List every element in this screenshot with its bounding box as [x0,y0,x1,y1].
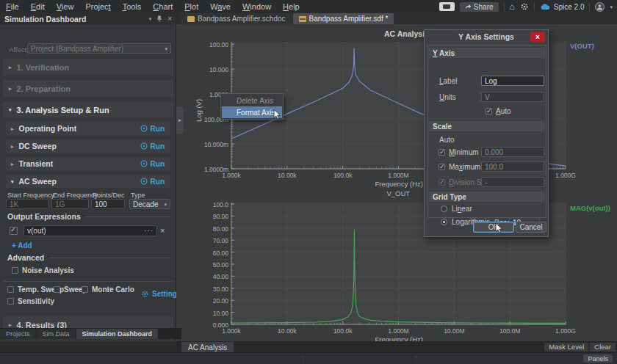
logarithmic-radio[interactable] [441,219,447,225]
menu-items: FileEditViewProjectToolsChartPlotWaveWin… [6,2,300,11]
minimum-checkbox[interactable]: Minimum [439,148,479,156]
menu-item-edit[interactable]: Edit [31,2,45,11]
chevron-right-icon: ▸ [11,126,14,131]
noise-analysis-label: Noise Analysis [22,266,74,274]
analysis-row-operating-point[interactable]: ▸Operating PointRun [6,122,170,135]
share-button[interactable]: Share [460,2,499,12]
analysis-row-transient[interactable]: ▸TransientRun [6,157,170,170]
ac-analysis-tab[interactable]: AC Analysis [181,342,234,352]
avatar-caret-icon[interactable]: ▾ [610,4,613,10]
chevron-down-icon: ▾ [11,179,14,184]
analysis-label: DC Sweep [19,142,57,150]
field-input[interactable]: 1K [6,199,49,209]
y-tick-label: 100.0 [193,201,228,208]
context-menu-item-delete-axis[interactable]: Delete Axis [222,95,282,106]
section-preparation[interactable]: ▸ 2. Preparation [3,80,173,97]
cancel-button[interactable]: Cancel [516,222,546,233]
run-icon [140,160,148,167]
maximum-input[interactable]: 100.0 [481,161,544,172]
minimum-input[interactable]: 0.000 [481,147,544,157]
field-label: Type [131,192,145,199]
tab-projects[interactable]: Projects [0,329,36,339]
legend-magvout[interactable]: MAG(v(out)) [570,204,610,212]
checkbox [486,108,492,114]
noise-analysis-checkbox[interactable]: Noise Analysis [12,266,74,274]
field-input[interactable]: 100 [91,199,125,209]
application-window: FileEditViewProjectToolsChartPlotWaveWin… [0,0,617,364]
avatar[interactable] [595,2,605,12]
menu-item-view[interactable]: View [57,2,74,11]
menu-item-window[interactable]: Window [242,2,271,11]
dialog-titlebar[interactable]: Y Axis Settings [425,30,548,43]
expression-checkbox[interactable] [10,227,18,235]
gear-icon [141,290,149,298]
units-input[interactable]: V [481,92,544,102]
panel-header: Simulation Dashboard ▾ × [0,13,176,24]
field-input[interactable]: 1G [51,199,89,209]
add-expression-link[interactable]: + Add [12,241,32,250]
legend-vout[interactable]: V(OUT) [570,42,594,50]
doc-tab-2[interactable]: Bandpass Amplifier.sdf * [293,13,394,24]
sensitivity-checkbox[interactable]: Sensitivity [7,297,54,305]
panel-menu-caret-icon[interactable]: ▾ [149,16,152,21]
x-tick-label: 10.00k [270,172,305,179]
section-verification[interactable]: ▸ 1. Verification [3,59,173,76]
y-axis-settings-dialog: Y Axis Settings × Y Axis Label Log Units… [424,29,549,237]
panel-close-icon[interactable]: × [167,15,172,23]
expression-input[interactable]: v(out) ··· [24,225,157,236]
share-arrow-icon [465,4,472,10]
checkbox [12,267,18,274]
run-button[interactable]: Run [140,125,165,133]
menu-item-wave[interactable]: Wave [210,2,231,11]
field-label: End Frequency [53,192,98,199]
menu-item-plot[interactable]: Plot [184,2,198,11]
type-dropdown[interactable]: Decade▾ [129,199,170,209]
ok-button[interactable]: OK [473,222,514,233]
run-button[interactable]: Run [140,178,165,186]
x-tick-label: 1.000G [548,172,583,179]
comment-icon[interactable] [439,2,455,11]
pin-icon[interactable] [156,15,162,22]
run-label: Run [151,142,165,150]
maximum-checkbox[interactable]: Maximum [439,163,480,171]
linear-radio[interactable] [441,205,447,212]
chevron-down-icon: ▾ [164,202,167,207]
tab-simulation-dashboard[interactable]: Simulation Dashboard [76,329,159,339]
checkbox-monte-carlo[interactable]: Monte Carlo [82,285,134,294]
ellipsis-button[interactable]: ··· [144,227,154,235]
run-button[interactable]: Run [140,160,165,168]
y-axis-title: Log (V) [195,99,203,122]
menu-item-file[interactable]: File [6,2,19,11]
analysis-label: Transient [19,159,54,168]
doc-tab-1[interactable]: Bandpass Amplifier.schdoc [181,13,292,24]
section-analysis-setup[interactable]: ▾ 3. Analysis Setup & Run [3,101,173,118]
divider [504,3,505,11]
menu-item-tools[interactable]: Tools [123,2,142,11]
sensitivity-label: Sensitivity [18,297,54,305]
gear-icon[interactable] [520,2,529,11]
field-value: 1G [55,200,65,208]
dialog-close-button[interactable]: × [530,32,545,42]
run-button[interactable]: Run [140,142,165,150]
remove-expression-icon[interactable]: × [160,226,165,235]
units-auto-checkbox[interactable]: Auto [486,107,511,115]
checkbox [54,286,60,293]
affect-dropdown[interactable]: Project (Bandpass Amplifier) ▾ [27,43,171,54]
menu-item-chart[interactable]: Chart [153,2,173,11]
menu-item-help[interactable]: Help [283,2,300,11]
home-icon[interactable]: ⌂ [510,2,515,11]
clear-button[interactable]: Clear [590,343,616,352]
menu-item-project[interactable]: Project [85,2,110,11]
analysis-row-ac-sweep[interactable]: ▾ AC Sweep Run [6,175,170,188]
y-tick-label: 60.00 [193,250,228,257]
mask-level-button[interactable]: Mask Level [544,343,588,352]
run-label: Run [151,160,165,168]
label-input[interactable]: Log [481,76,544,86]
tab-sim-data[interactable]: Sim Data [37,329,76,339]
analysis-row-dc-sweep[interactable]: ▸DC SweepRun [6,139,170,153]
panels-button[interactable]: Panels [583,354,613,363]
settings-link[interactable]: Settings [141,290,181,298]
document-icon [299,16,306,22]
checkbox [7,286,14,293]
spice-cloud[interactable]: Spice 2.0 [540,3,585,11]
